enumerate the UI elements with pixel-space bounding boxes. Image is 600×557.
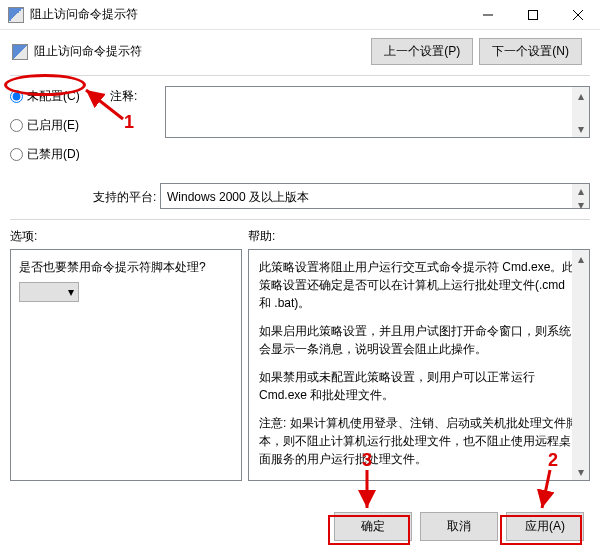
help-panel: 此策略设置将阻止用户运行交互式命令提示符 Cmd.exe。此策略设置还确定是否可… [248,249,590,481]
titlebar: 阻止访问命令提示符 [0,0,600,30]
radio-disabled[interactable]: 已禁用(D) [10,146,110,163]
scrollbar[interactable]: ▴ ▾ [572,87,589,137]
scroll-up-icon[interactable]: ▴ [572,87,589,104]
radio-not-configured-input[interactable] [10,90,23,103]
minimize-button[interactable] [465,0,510,29]
subheader: 阻止访问命令提示符 上一个设置(P) 下一个设置(N) [0,30,600,75]
policy-icon [12,44,28,60]
options-question: 是否也要禁用命令提示符脚本处理? [19,258,233,276]
help-p2: 如果启用此策略设置，并且用户试图打开命令窗口，则系统会显示一条消息，说明设置会阻… [259,322,579,358]
policy-title: 阻止访问命令提示符 [34,43,371,60]
radio-enabled[interactable]: 已启用(E) [10,117,110,134]
supported-field: Windows 2000 及以上版本 ▴ ▾ [160,183,590,209]
options-panel: 是否也要禁用命令提示符脚本处理? ▾ [10,249,242,481]
radio-not-configured[interactable]: 未配置(C) [10,88,110,105]
scrollbar[interactable]: ▴ ▾ [572,250,589,480]
radio-enabled-input[interactable] [10,119,23,132]
chevron-down-icon: ▾ [68,283,74,301]
cancel-button[interactable]: 取消 [420,512,498,541]
scroll-up-icon[interactable]: ▴ [572,184,589,198]
ok-button[interactable]: 确定 [334,512,412,541]
scroll-down-icon[interactable]: ▾ [572,463,589,480]
scroll-down-icon[interactable]: ▾ [572,120,589,137]
help-label: 帮助: [248,228,590,245]
radio-disabled-label: 已禁用(D) [27,146,80,163]
help-p4: 注意: 如果计算机使用登录、注销、启动或关机批处理文件脚本，则不阻止计算机运行批… [259,414,579,468]
radio-disabled-input[interactable] [10,148,23,161]
radio-not-configured-label: 未配置(C) [27,88,80,105]
state-radio-group: 未配置(C) 已启用(E) 已禁用(D) [10,86,110,175]
app-icon [8,7,24,23]
apply-button[interactable]: 应用(A) [506,512,584,541]
supported-label: 支持的平台: [93,183,160,206]
comment-field[interactable]: ▴ ▾ [165,86,590,138]
help-p3: 如果禁用或未配置此策略设置，则用户可以正常运行 Cmd.exe 和批处理文件。 [259,368,579,404]
dialog-buttons: 确定 取消 应用(A) [334,512,584,541]
scroll-up-icon[interactable]: ▴ [572,250,589,267]
maximize-button[interactable] [510,0,555,29]
window-controls [465,0,600,29]
prev-setting-button[interactable]: 上一个设置(P) [371,38,473,65]
radio-enabled-label: 已启用(E) [27,117,79,134]
divider [10,75,590,76]
window-title: 阻止访问命令提示符 [30,6,465,23]
comment-label: 注释: [110,88,165,105]
scroll-down-icon[interactable]: ▾ [572,198,589,212]
scrollbar[interactable]: ▴ ▾ [572,184,589,208]
next-setting-button[interactable]: 下一个设置(N) [479,38,582,65]
script-processing-dropdown[interactable]: ▾ [19,282,79,302]
help-p1: 此策略设置将阻止用户运行交互式命令提示符 Cmd.exe。此策略设置还确定是否可… [259,258,579,312]
close-button[interactable] [555,0,600,29]
svg-rect-1 [528,10,537,19]
options-label: 选项: [10,228,248,245]
help-content: 此策略设置将阻止用户运行交互式命令提示符 Cmd.exe。此策略设置还确定是否可… [249,250,589,481]
supported-text: Windows 2000 及以上版本 [161,184,572,208]
divider [10,219,590,220]
